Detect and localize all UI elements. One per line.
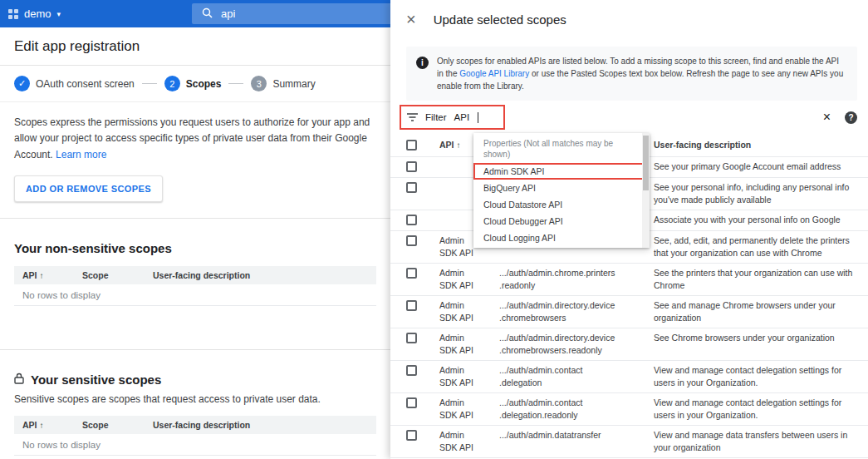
project-picker[interactable]: demo ▾ <box>0 7 72 20</box>
scope-description: See the printers that your organization … <box>647 267 858 292</box>
scope-description: View and manage contact delegation setti… <box>647 397 858 422</box>
panel-title: Update selected scopes <box>434 12 566 27</box>
scope-line-1: .../auth/admin.contact <box>499 364 647 377</box>
row-checkbox[interactable] <box>406 161 417 172</box>
scope-line-2: .readonly <box>499 279 647 292</box>
row-checkbox[interactable] <box>406 430 417 441</box>
column-api[interactable]: API↑ <box>22 270 82 280</box>
button-row: ADD OR REMOVE SCOPES <box>14 175 376 202</box>
scope-api: Admin SDK API <box>439 364 499 389</box>
column-scope: Scope <box>82 420 153 430</box>
dropdown-item[interactable]: Admin SDK API <box>473 163 650 180</box>
scope-api: Admin SDK API <box>439 397 499 422</box>
dropdown-item[interactable]: Cloud Trace API <box>473 246 650 248</box>
lock-icon <box>14 373 24 387</box>
row-checkbox[interactable] <box>406 397 417 408</box>
scope-description: See your personal info, including any pe… <box>647 181 858 206</box>
info-icon: i <box>416 57 429 69</box>
scope-value: .../auth/admin.datatransfer <box>499 429 647 442</box>
help-icon[interactable]: ? <box>845 111 857 124</box>
dropdown-item[interactable]: Cloud Debugger API <box>473 213 650 230</box>
scope-description: See and manage Chrome browsers under you… <box>647 299 858 324</box>
row-checkbox[interactable] <box>406 365 417 376</box>
search-icon <box>202 7 213 22</box>
step-divider <box>142 83 157 84</box>
scope-value: .../auth/admin.contact .delegation <box>499 364 647 389</box>
scope-description: See your primary Google Account email ad… <box>647 160 858 173</box>
non-sensitive-scopes-table: API↑ Scope User-facing description No ro… <box>14 266 376 306</box>
sensitive-scopes-title-text: Your sensitive scopes <box>31 373 161 387</box>
column-description: User-facing description <box>153 420 368 430</box>
table-header: API↑ Scope User-facing description <box>14 266 376 284</box>
step-done-check-icon: ✓ <box>14 76 30 91</box>
column-api[interactable]: API↑ <box>22 420 82 430</box>
column-scope: Scope <box>82 270 153 280</box>
text-cursor <box>478 112 478 123</box>
scope-api: Admin SDK API <box>439 267 499 292</box>
step-summary[interactable]: 3 Summary <box>251 76 315 91</box>
clear-filter-icon[interactable]: × <box>823 111 831 124</box>
table-row: Admin SDK API .../auth/admin.contact .de… <box>390 361 868 393</box>
row-checkbox[interactable] <box>406 300 417 311</box>
step-scopes[interactable]: 2 Scopes <box>164 76 222 91</box>
filter-dropdown-list: Admin SDK APIBigQuery APICloud Datastore… <box>473 163 650 248</box>
step-oauth-consent-screen[interactable]: ✓ OAuth consent screen <box>14 76 135 91</box>
table-row: Admin SDK API .../auth/admin.directory.d… <box>390 296 868 328</box>
scope-line-2: .delegation <box>499 377 647 389</box>
sort-ascending-icon: ↑ <box>40 271 44 280</box>
sensitive-scopes-table: API↑ Scope User-facing description No ro… <box>14 416 376 456</box>
row-checkbox[interactable] <box>406 215 417 225</box>
row-checkbox[interactable] <box>406 333 417 343</box>
scope-line-2: .chromebrowsers <box>499 312 647 324</box>
column-label: API <box>22 420 37 430</box>
info-text: Only scopes for enabled APIs are listed … <box>437 55 847 92</box>
row-checkbox[interactable] <box>406 235 417 246</box>
scope-api: Admin SDK API <box>439 429 499 454</box>
divider <box>0 349 390 350</box>
scope-value: .../auth/admin.contact .delegation.reado… <box>499 397 647 422</box>
row-checkbox[interactable] <box>406 268 417 279</box>
scope-api: Admin SDK API <box>439 299 499 324</box>
filter-input[interactable]: Filter API <box>400 105 505 130</box>
column-description: User-facing description <box>153 270 368 280</box>
stepper: ✓ OAuth consent screen 2 Scopes 3 Summar… <box>0 66 390 102</box>
step-divider <box>228 83 243 84</box>
scope-description: Associate you with your personal info on… <box>647 214 858 226</box>
update-selected-scopes-panel: × Update selected scopes i Only scopes f… <box>390 0 868 459</box>
step-number: 3 <box>251 76 267 91</box>
scope-line-1: .../auth/admin.datatransfer <box>499 429 647 442</box>
page-header: Edit app registration <box>0 27 390 66</box>
dropdown-item[interactable]: Cloud Datastore API <box>473 196 650 213</box>
scope-line-1: .../auth/admin.directory.device <box>499 332 647 344</box>
dropdown-scrollbar[interactable] <box>642 133 650 248</box>
non-sensitive-scopes-title: Your non-sensitive scopes <box>14 241 376 255</box>
table-row: Admin SDK API .../auth/admin.datatransfe… <box>390 426 868 458</box>
google-api-library-link[interactable]: Google API Library <box>459 69 529 78</box>
table-header: API↑ Scope User-facing description <box>14 416 376 434</box>
project-name: demo <box>24 7 51 20</box>
scrollbar-thumb[interactable] <box>643 136 649 190</box>
step-label: Summary <box>272 78 315 90</box>
row-checkbox[interactable] <box>406 182 417 193</box>
filter-row: Filter API × ? <box>390 101 868 134</box>
sort-ascending-icon: ↑ <box>40 421 44 430</box>
scope-line-2: .chromebrowsers.readonly <box>499 344 647 357</box>
scope-description: View and manage data transfers between u… <box>647 429 858 454</box>
dropdown-item[interactable]: Cloud Logging API <box>473 230 650 246</box>
scope-line-2: .delegation.readonly <box>499 409 647 422</box>
scope-api: Admin SDK API <box>439 332 499 357</box>
column-description: User-facing description <box>647 139 858 151</box>
learn-more-link[interactable]: Learn more <box>56 149 106 160</box>
table-row: Admin SDK API .../auth/admin.directory.d… <box>390 328 868 361</box>
filter-icon <box>407 110 418 125</box>
add-or-remove-scopes-button[interactable]: ADD OR REMOVE SCOPES <box>14 175 163 202</box>
close-icon[interactable]: × <box>406 11 416 27</box>
select-all-checkbox[interactable] <box>406 140 417 151</box>
scope-description: See Chrome browsers under your organizat… <box>647 332 858 344</box>
sort-ascending-icon: ↑ <box>457 139 461 151</box>
search-input[interactable]: api <box>192 3 390 24</box>
dropdown-item[interactable]: BigQuery API <box>473 180 650 196</box>
page-title: Edit app registration <box>14 38 140 55</box>
intro-text: Scopes express the permissions you reque… <box>14 115 376 163</box>
scope-description: View and manage contact delegation setti… <box>647 364 858 389</box>
